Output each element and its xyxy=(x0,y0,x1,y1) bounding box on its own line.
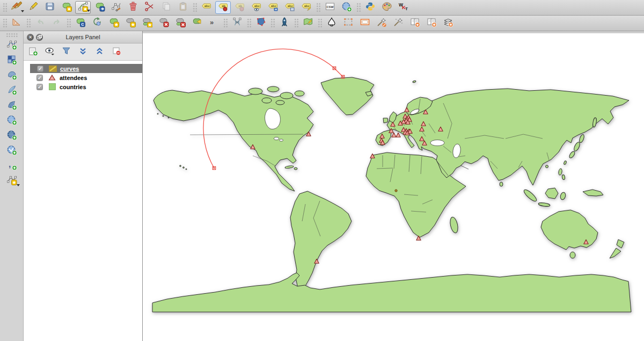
cad-tools-button[interactable] xyxy=(9,17,24,30)
gray-green-x-icon xyxy=(175,17,186,30)
new-layout-button[interactable] xyxy=(423,17,439,30)
move-feature-button[interactable] xyxy=(92,1,107,14)
toolbar-separator xyxy=(223,18,228,28)
merge-features-button[interactable] xyxy=(253,17,268,30)
blob-arrow-icon xyxy=(94,1,105,14)
layer-row-curves[interactable]: ✓curves xyxy=(30,64,142,73)
wcs-plus-icon xyxy=(6,129,17,142)
edit-map-button[interactable] xyxy=(300,17,316,30)
pencil-icon xyxy=(28,1,39,14)
panel-close-button[interactable]: ✕ xyxy=(27,34,34,41)
toolbar-drag-handle[interactable] xyxy=(6,33,18,37)
change-label-button[interactable]: abc xyxy=(298,1,314,14)
layer-visibility-checkbox[interactable]: ✓ xyxy=(37,66,43,72)
tag-pin-gray-icon: ab xyxy=(235,1,245,14)
simplify-feature-button[interactable] xyxy=(106,17,121,30)
add-ring-button[interactable] xyxy=(122,17,138,30)
delete-ring-button[interactable] xyxy=(156,17,171,30)
undo-button[interactable] xyxy=(32,17,48,30)
favorite-layouts-button[interactable] xyxy=(407,17,422,30)
add-vector-layer-button[interactable] xyxy=(3,38,20,53)
rotate-label-button[interactable]: abc xyxy=(282,1,297,14)
dropdown-caret-icon xyxy=(87,10,90,12)
rotate-feature-button[interactable] xyxy=(89,17,105,30)
add-part-button[interactable] xyxy=(139,17,155,30)
magic-wand-button[interactable] xyxy=(390,17,406,30)
cut-features-button[interactable] xyxy=(142,1,157,14)
collapse-all-button[interactable] xyxy=(93,45,106,57)
toolbar-separator xyxy=(192,2,197,13)
gray-green-star-icon xyxy=(142,17,152,30)
show-hide-labels-button[interactable]: abc xyxy=(248,1,264,14)
add-circular-string-button[interactable] xyxy=(75,1,91,14)
move-label-button[interactable]: abc xyxy=(265,1,281,14)
add-delimited-text-layer-button[interactable]: , xyxy=(3,158,20,173)
layer-symbol-line-yellow xyxy=(48,65,57,72)
manage-layer-visibility-button[interactable] xyxy=(43,45,56,57)
layer-row-attendees[interactable]: ✓attendees xyxy=(24,73,142,82)
add-layer-stack-button[interactable] xyxy=(440,17,456,30)
svg-text:abc: abc xyxy=(304,4,310,8)
node-tool-button[interactable] xyxy=(108,1,124,14)
toggle-editing-button[interactable] xyxy=(25,1,41,14)
copy-move-feature-button[interactable]: C xyxy=(72,17,88,30)
australia xyxy=(541,210,598,250)
add-web-service-button[interactable] xyxy=(339,1,354,14)
point-feature-dot xyxy=(395,190,397,192)
map-canvas[interactable] xyxy=(143,31,644,341)
add-group-button[interactable] xyxy=(27,45,40,57)
filter-legend-button[interactable] xyxy=(60,45,73,57)
expand-all-button[interactable] xyxy=(77,45,90,57)
magic-wand-remove-button[interactable] xyxy=(374,17,389,30)
blob-corner-icon xyxy=(192,17,202,30)
add-raster-layer-button[interactable] xyxy=(3,53,20,68)
new-zealand-north xyxy=(617,240,624,248)
tag-rect-icon: abc xyxy=(284,1,295,14)
copy-icon xyxy=(161,1,172,14)
python-console-button[interactable] xyxy=(362,1,378,14)
redo-button[interactable] xyxy=(49,17,64,30)
style-manager-button[interactable] xyxy=(379,1,394,14)
paste-wkt-button[interactable]: WKT xyxy=(396,1,411,14)
highlight-pinned-labels-button[interactable]: ab xyxy=(232,1,247,14)
more-tools-button[interactable]: » xyxy=(206,17,221,30)
panel-float-button[interactable] xyxy=(36,34,43,41)
delete-part-button[interactable] xyxy=(172,17,188,30)
split-features-button[interactable] xyxy=(229,17,245,30)
pages-heart-icon xyxy=(409,17,420,30)
bookmark-tool-button[interactable] xyxy=(324,17,339,30)
layer-row-countries[interactable]: ✓countries xyxy=(24,82,142,91)
add-mssql-layer-button[interactable] xyxy=(3,98,20,113)
add-wms-layer-button[interactable] xyxy=(3,113,20,128)
copy-features-button[interactable] xyxy=(158,1,174,14)
add-feature-button[interactable] xyxy=(58,1,74,14)
layer-visibility-checkbox[interactable]: ✓ xyxy=(36,75,43,81)
map-frame-button[interactable] xyxy=(357,17,372,30)
selection-rectangle-button[interactable] xyxy=(340,17,356,30)
save-layer-edits-button[interactable] xyxy=(42,1,57,14)
reshape-features-button[interactable] xyxy=(189,17,204,30)
node-wrench-icon xyxy=(111,1,122,14)
toolbar-separator xyxy=(2,2,7,13)
layer-visibility-checkbox[interactable]: ✓ xyxy=(36,84,43,90)
great-lakes-2 xyxy=(280,139,283,141)
new-scratch-layer-button[interactable] xyxy=(3,173,20,188)
plugin-rocket-button[interactable] xyxy=(276,17,292,30)
new-zealand-south xyxy=(610,248,621,258)
add-spatialite-layer-button[interactable] xyxy=(3,83,20,98)
delete-selected-button[interactable] xyxy=(125,1,141,14)
toolbar-separator xyxy=(66,18,71,28)
add-postgis-layer-button[interactable] xyxy=(3,68,20,83)
csw-metasearch-button[interactable]: CSW xyxy=(322,1,338,14)
svg-text:abc: abc xyxy=(270,4,276,8)
blob-star-icon xyxy=(61,1,72,14)
add-wfs-layer-button[interactable] xyxy=(3,143,20,158)
countries-layer xyxy=(152,77,631,312)
current-edits-button[interactable] xyxy=(9,1,24,14)
layer-labeling-button[interactable]: abc xyxy=(199,1,214,14)
paste-features-button[interactable] xyxy=(175,1,191,14)
raster-plus-icon xyxy=(6,54,17,67)
add-wcs-layer-button[interactable] xyxy=(3,128,20,143)
remove-layer-button[interactable] xyxy=(110,45,123,57)
pin-unpin-labels-button[interactable]: ab xyxy=(215,1,231,14)
